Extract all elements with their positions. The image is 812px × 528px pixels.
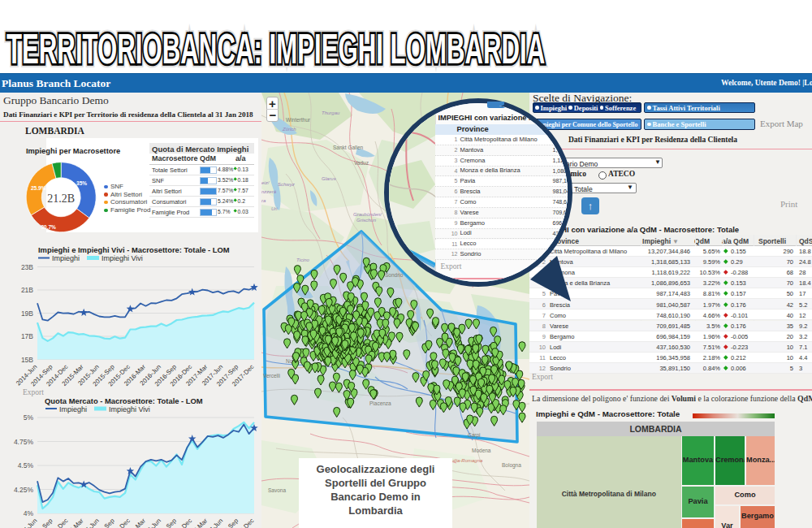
svg-text:Vaduz: Vaduz xyxy=(354,160,369,166)
svg-text:Export: Export xyxy=(23,388,44,396)
svg-text:Zürich: Zürich xyxy=(282,127,296,132)
svg-text:2014-Jun: 2014-Jun xyxy=(15,517,38,528)
svg-text:Impieghi: Impieghi xyxy=(59,405,87,413)
svg-text:4%: 4% xyxy=(24,509,34,517)
svg-text:nzzerá: nzzerá xyxy=(261,189,277,194)
svg-text:Impieghi: Impieghi xyxy=(52,254,80,262)
svg-text:Bologna: Bologna xyxy=(502,462,521,469)
svg-text:4.75%: 4.75% xyxy=(14,438,34,446)
svg-text:23B: 23B xyxy=(21,263,33,271)
svg-text:35%: 35% xyxy=(76,180,87,186)
svg-text:21.2B: 21.2B xyxy=(47,193,75,205)
svg-text:Carpi: Carpi xyxy=(468,432,481,439)
svg-text:5%: 5% xyxy=(24,413,34,422)
svg-text:Ticino: Ticino xyxy=(296,258,310,262)
svg-text:30.7%: 30.7% xyxy=(41,224,56,230)
svg-text:Impieghi Vivi: Impieghi Vivi xyxy=(102,254,143,262)
svg-text:4.25%: 4.25% xyxy=(14,486,34,494)
svg-text:Sondrio: Sondrio xyxy=(385,272,404,278)
svg-text:Winterthur: Winterthur xyxy=(286,117,311,123)
svg-text:Glarus: Glarus xyxy=(322,176,336,181)
svg-text:Uri: Uri xyxy=(271,206,278,211)
svg-text:Savona: Savona xyxy=(268,487,286,493)
svg-text:Sankt Gallen: Sankt Gallen xyxy=(333,145,364,150)
svg-text:Schwyz: Schwyz xyxy=(278,182,295,187)
svg-text:TERRITORIOBANCA: IMPIEGHI LOMB: TERRITORIOBANCA: IMPIEGHI LOMBARDIA xyxy=(6,26,545,72)
svg-text:25.9%: 25.9% xyxy=(31,185,46,191)
svg-text:eiz/: eiz/ xyxy=(261,180,270,185)
svg-text:19B: 19B xyxy=(21,309,33,318)
svg-text:Modena: Modena xyxy=(472,448,491,453)
svg-text:ra: ra xyxy=(261,198,266,203)
svg-text:Vercelli: Vercelli xyxy=(263,373,280,379)
svg-text:Quota Mercato - Macrosettore:: Quota Mercato - Macrosettore: Totale - L… xyxy=(45,396,203,405)
svg-text:Thurgau: Thurgau xyxy=(322,110,340,115)
svg-text:Impieghi Vivi: Impieghi Vivi xyxy=(109,405,150,413)
svg-text:15B: 15B xyxy=(21,356,33,364)
svg-text:Grischun: Grischun xyxy=(356,218,377,223)
svg-text:Piacenza: Piacenza xyxy=(369,400,391,406)
svg-text:4.5%: 4.5% xyxy=(18,461,34,470)
svg-text:Graubünden/: Graubünden/ xyxy=(353,212,382,217)
svg-text:21B: 21B xyxy=(21,286,33,294)
svg-text:Impieghi e Impieghi Vivi - Mac: Impieghi e Impieghi Vivi - Macrosettore:… xyxy=(38,245,230,254)
svg-text:17B: 17B xyxy=(21,332,33,340)
